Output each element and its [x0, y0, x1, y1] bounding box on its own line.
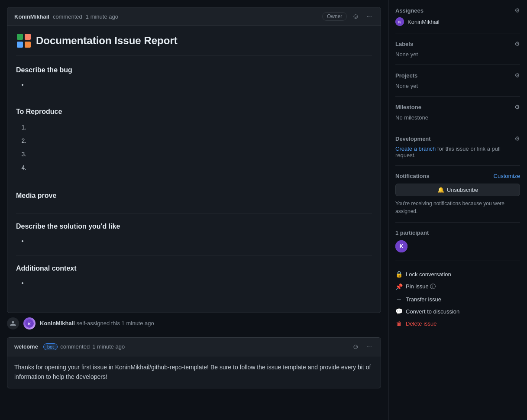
assignee-name: KoninMikhail: [407, 19, 440, 25]
labels-value: None yet: [395, 51, 418, 58]
comment-time: 1 minute ago: [86, 13, 118, 20]
sidebar-milestone-header: Milestone ⚙: [395, 103, 520, 110]
notifications-description: You're receiving notifications because y…: [395, 200, 520, 215]
sidebar-milestone: Milestone ⚙ No milestone: [395, 97, 520, 128]
section-heading-context: Additional context: [16, 265, 372, 272]
comment-header: KoninMikhail commented 1 minute ago Owne…: [7, 7, 381, 26]
assignees-gear-button[interactable]: ⚙: [514, 7, 520, 14]
section-media: Media prove: [16, 192, 372, 214]
sidebar-actions: 🔒 Lock conversation 📌 Pin issue ⓘ → Tran…: [395, 261, 520, 336]
bot-author: welcome: [14, 343, 38, 350]
issue-title-row: Documentation Issue Report: [16, 33, 372, 56]
development-gear-button[interactable]: ⚙: [514, 135, 520, 142]
sidebar-participants: 1 participant K: [395, 223, 520, 261]
delete-label: Delete issue: [406, 320, 437, 327]
bot-badge: bot: [43, 343, 58, 350]
labels-gear-button[interactable]: ⚙: [514, 40, 520, 47]
section-heading-solution: Describe the solution you'd like: [16, 223, 372, 230]
section-heading-bug: Describe the bug: [16, 66, 372, 74]
bot-comment-header: welcome bot commented 1 minute ago ☺ ···: [7, 338, 381, 356]
convert-discussion-row[interactable]: 💬 Convert to discussion: [395, 305, 520, 317]
bot-header-left: welcome bot commented 1 minute ago: [14, 343, 125, 350]
unsubscribe-button[interactable]: 🔔 Unsubscribe: [395, 184, 520, 196]
emoji-button[interactable]: ☺: [350, 12, 361, 21]
sidebar-milestone-title: Milestone: [395, 104, 421, 110]
delete-icon: 🗑: [395, 320, 402, 327]
sidebar-projects: Projects ⚙ None yet: [395, 65, 520, 97]
main-comment-card: KoninMikhail commented 1 minute ago Owne…: [7, 7, 381, 313]
reproduce-list-item-3: [28, 148, 372, 161]
transfer-label: Transfer issue: [406, 296, 441, 303]
comment-header-left: KoninMikhail commented 1 minute ago: [14, 13, 118, 20]
sidebar-labels: Labels ⚙ None yet: [395, 33, 520, 65]
convert-label: Convert to discussion: [406, 308, 459, 315]
activity-avatar: K: [23, 317, 36, 330]
svg-text:K: K: [28, 322, 31, 326]
section-context: Additional context: [16, 265, 372, 297]
more-button[interactable]: ···: [365, 12, 374, 21]
convert-icon: 💬: [395, 308, 402, 315]
reproduce-list-item-1: [28, 121, 372, 134]
activity-text: KoninMikhail self-assigned this 1 minute…: [40, 320, 154, 326]
svg-text:K: K: [398, 20, 401, 24]
sidebar-labels-title: Labels: [395, 41, 413, 47]
bot-header-right: ☺ ···: [350, 342, 374, 352]
svg-rect-1: [25, 34, 31, 40]
bot-time: 1 minute ago: [92, 343, 125, 350]
notifications-title: Notifications: [395, 173, 430, 179]
lock-conversation-row[interactable]: 🔒 Lock conversation: [395, 268, 520, 280]
participant-avatar: K: [395, 240, 407, 252]
assignee-avatar: K: [395, 17, 404, 26]
delete-issue-row[interactable]: 🗑 Delete issue: [395, 317, 520, 330]
sidebar-projects-title: Projects: [395, 72, 417, 79]
svg-text:K: K: [400, 243, 404, 249]
pin-issue-row[interactable]: 📌 Pin issue ⓘ: [395, 280, 520, 293]
sidebar-development: Development ⚙ Create a branch for this i…: [395, 128, 520, 166]
lock-label: Lock conversation: [406, 271, 451, 278]
pin-icon: 📌: [395, 283, 402, 290]
sidebar-assignees: Assignees ⚙ K KoninMikhail: [395, 0, 520, 33]
comment-action: commented: [53, 13, 82, 20]
issue-icon: [16, 33, 32, 48]
lock-icon: 🔒: [395, 271, 402, 278]
create-branch-link[interactable]: Create a branch: [395, 145, 436, 152]
bot-comment-body: Thanks for opening your first issue in K…: [7, 356, 381, 388]
section-heading-reproduce: To Reproduce: [16, 108, 372, 116]
sidebar-projects-header: Projects ⚙: [395, 72, 520, 79]
unsubscribe-label: Unsubscribe: [447, 187, 478, 193]
bot-comment-card: welcome bot commented 1 minute ago ☺ ···…: [7, 337, 381, 388]
notifications-header: Notifications Customize: [395, 173, 520, 179]
projects-gear-button[interactable]: ⚙: [514, 72, 520, 79]
transfer-issue-row[interactable]: → Transfer issue: [395, 293, 520, 305]
pin-label: Pin issue ⓘ: [406, 283, 436, 291]
sidebar-development-header: Development ⚙: [395, 135, 520, 142]
activity-action: self-assigned this: [77, 320, 120, 326]
assignee-row: K KoninMikhail: [395, 17, 520, 26]
solution-list-item: [28, 236, 372, 246]
participants-title: 1 participant: [395, 229, 520, 236]
customize-link[interactable]: Customize: [494, 173, 520, 179]
svg-rect-2: [17, 42, 23, 48]
bot-emoji-button[interactable]: ☺: [350, 342, 361, 352]
projects-value: None yet: [395, 83, 418, 89]
bot-comment-text: Thanks for opening your first issue in K…: [14, 362, 374, 382]
sidebar-labels-header: Labels ⚙: [395, 40, 520, 47]
milestone-value: No milestone: [395, 114, 428, 121]
owner-badge: Owner: [322, 12, 347, 21]
sidebar-assignees-title: Assignees: [395, 7, 424, 14]
bot-more-button[interactable]: ···: [365, 342, 374, 352]
section-solution: Describe the solution you'd like: [16, 223, 372, 255]
section-heading-media: Media prove: [16, 192, 372, 200]
reproduce-list-item-2: [28, 134, 372, 148]
comment-body: Documentation Issue Report Describe the …: [7, 26, 381, 313]
sidebar: Assignees ⚙ K KoninMikhail Labels ⚙ None…: [388, 0, 527, 420]
milestone-gear-button[interactable]: ⚙: [514, 103, 520, 110]
bell-icon: 🔔: [437, 187, 444, 193]
comment-header-right: Owner ☺ ···: [322, 12, 374, 21]
issue-title: Documentation Issue Report: [36, 35, 178, 47]
solution-list: [16, 236, 372, 246]
svg-rect-0: [17, 34, 23, 40]
reproduce-list: [16, 121, 372, 174]
reproduce-list-item-4: [28, 161, 372, 174]
section-reproduce: To Reproduce: [16, 108, 372, 183]
